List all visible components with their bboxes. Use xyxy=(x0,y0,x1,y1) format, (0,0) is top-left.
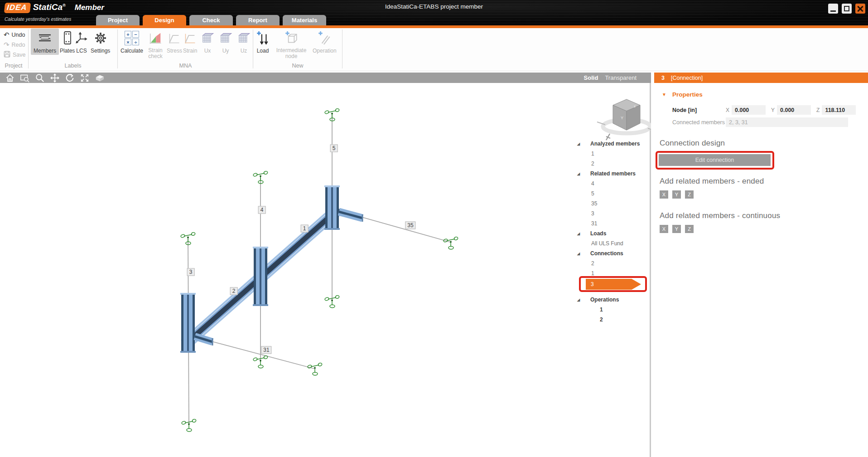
load-button[interactable]: Load xyxy=(256,29,270,54)
tab-check[interactable]: Check xyxy=(189,15,233,25)
member-label-31[interactable]: 31 xyxy=(261,346,271,354)
group-caption-labels: Labels xyxy=(30,63,116,69)
members-button[interactable]: Members xyxy=(31,29,59,55)
add-ended-x-button[interactable]: X xyxy=(660,190,668,199)
plates-button[interactable]: Plates xyxy=(60,29,75,54)
add-related-ended-heading: Add related members - ended xyxy=(654,177,868,186)
undo-icon: ↶ xyxy=(4,32,10,38)
rotate-icon[interactable] xyxy=(64,73,75,83)
tree-item-connection-1[interactable]: 1 xyxy=(574,268,651,278)
tree-group-analyzed-members[interactable]: ◢Analyzed members xyxy=(574,139,651,149)
intermediate-node-button[interactable]: Intermediate node xyxy=(273,29,310,59)
tree-item-connection-3-selected[interactable]: 3 xyxy=(574,278,651,290)
tree-item-analyzed-1[interactable]: 1 xyxy=(574,149,651,159)
tree-item-related-31[interactable]: 31 xyxy=(574,219,651,228)
view-mode-transparent[interactable]: Transparent xyxy=(605,74,637,81)
tree-group-loads[interactable]: ◢Loads xyxy=(574,228,651,238)
tree-item-operation-2[interactable]: 2 xyxy=(574,315,651,325)
tree-item-load-case[interactable]: All ULS Fund xyxy=(574,238,651,248)
related-member-lines[interactable] xyxy=(188,114,450,425)
member-label-5[interactable]: 5 xyxy=(330,145,338,152)
window-title: IdeaStatiCa-ETABS project member xyxy=(0,3,868,10)
lcs-button[interactable]: LCS xyxy=(75,29,88,54)
navigator-tree: ◢Analyzed members 1 2 ◢Related members 4… xyxy=(574,139,651,325)
viewport-toolbar: Solid Transparent xyxy=(0,73,651,83)
title-bar: IDEA StatiCa® Member Calculate yesterday… xyxy=(0,0,868,25)
add-ended-y-button[interactable]: Y xyxy=(672,190,681,199)
strain-button[interactable]: Strain xyxy=(183,29,197,54)
navigation-cube[interactable]: Y z xyxy=(597,99,651,140)
ux-button[interactable]: Ux xyxy=(201,29,214,54)
view-mode-solid[interactable]: Solid xyxy=(584,74,598,81)
tree-group-related-members[interactable]: ◢Related members xyxy=(574,169,651,179)
node-y-field[interactable]: 0.000 xyxy=(777,105,811,115)
properties-section-title: Properties xyxy=(672,91,703,98)
strain-check-icon xyxy=(149,29,162,47)
tree-group-operations[interactable]: ◢Operations xyxy=(574,295,651,305)
expander-icon[interactable]: ◢ xyxy=(577,252,583,256)
tab-project[interactable]: Project xyxy=(96,15,140,25)
deformation-ux-icon xyxy=(201,29,214,47)
tree-item-operation-1[interactable]: 1 xyxy=(574,305,651,315)
selected-item-pennant[interactable]: 3 xyxy=(586,279,641,290)
tree-item-related-4[interactable]: 4 xyxy=(574,179,651,189)
member-label-3[interactable]: 3 xyxy=(187,268,195,276)
ribbon-separator xyxy=(342,29,342,68)
tab-materials[interactable]: Materials xyxy=(283,15,326,25)
pan-icon[interactable] xyxy=(49,73,60,83)
add-continuous-y-button[interactable]: Y xyxy=(672,225,681,233)
collapse-triangle-icon[interactable]: ▼ xyxy=(662,92,666,97)
member-label-35[interactable]: 35 xyxy=(405,222,415,229)
selected-connection-id: 3 xyxy=(661,75,665,81)
maximize-button[interactable] xyxy=(842,4,852,14)
fit-view-icon[interactable] xyxy=(79,73,90,83)
node-x-field[interactable]: 0.000 xyxy=(732,105,766,115)
operation-button[interactable]: Operation xyxy=(313,29,337,54)
svg-text:Y: Y xyxy=(621,116,623,120)
tree-item-related-3[interactable]: 3 xyxy=(574,209,651,219)
calculate-button[interactable]: +− ×÷ Calculate xyxy=(121,29,143,54)
connection-column-middle[interactable] xyxy=(253,247,268,306)
home-icon[interactable] xyxy=(5,73,15,83)
solid-view-icon[interactable] xyxy=(94,73,105,83)
undo-button[interactable]: ↶ Undo xyxy=(4,31,26,39)
tree-item-related-5[interactable]: 5 xyxy=(574,189,651,199)
expander-icon[interactable]: ◢ xyxy=(577,172,583,176)
add-ended-z-button[interactable]: Z xyxy=(685,190,694,199)
ribbon-separator xyxy=(253,29,253,68)
zoom-window-icon[interactable] xyxy=(19,73,30,83)
redo-button[interactable]: ↷ Redo xyxy=(4,41,26,49)
uy-button[interactable]: Uy xyxy=(219,29,232,54)
zoom-icon[interactable] xyxy=(34,73,45,83)
member-label-2[interactable]: 2 xyxy=(230,287,238,295)
scene-3d[interactable]: Y z xyxy=(0,83,651,457)
expander-icon[interactable]: ◢ xyxy=(577,142,583,146)
node-z-field[interactable]: 118.110 xyxy=(822,105,856,115)
add-related-continuous-heading: Add related members - continuous xyxy=(654,211,868,220)
add-load-icon xyxy=(256,29,270,47)
tree-item-connection-2[interactable]: 2 xyxy=(574,258,651,268)
stress-button[interactable]: Stress xyxy=(167,29,182,54)
strain-check-button[interactable]: Strain check xyxy=(146,29,165,59)
group-caption-project: Project xyxy=(0,63,27,69)
tree-item-related-35[interactable]: 35 xyxy=(574,199,651,209)
connection-column-top[interactable] xyxy=(324,185,362,230)
tree-group-connections[interactable]: ◢Connections xyxy=(574,248,651,258)
save-button[interactable]: Save xyxy=(4,51,26,58)
add-continuous-z-button[interactable]: Z xyxy=(685,225,694,233)
edit-connection-button[interactable]: Edit connection xyxy=(659,154,771,166)
settings-button[interactable]: Settings xyxy=(91,29,110,54)
close-button[interactable] xyxy=(855,4,865,14)
brand-tagline: Calculate yesterday's estimates xyxy=(5,16,71,22)
viewport-3d[interactable]: Y z 1 2 3 4 5 35 31 xyxy=(0,83,651,457)
tab-report[interactable]: Report xyxy=(236,15,280,25)
member-label-1[interactable]: 1 xyxy=(301,225,309,233)
uz-button[interactable]: Uz xyxy=(237,29,251,54)
add-continuous-x-button[interactable]: X xyxy=(660,225,668,233)
expander-icon[interactable]: ◢ xyxy=(577,232,583,236)
minimize-button[interactable] xyxy=(828,4,838,14)
member-label-4[interactable]: 4 xyxy=(258,206,266,214)
tree-item-analyzed-2[interactable]: 2 xyxy=(574,159,651,169)
tab-design[interactable]: Design xyxy=(143,15,186,25)
expander-icon[interactable]: ◢ xyxy=(577,298,583,302)
